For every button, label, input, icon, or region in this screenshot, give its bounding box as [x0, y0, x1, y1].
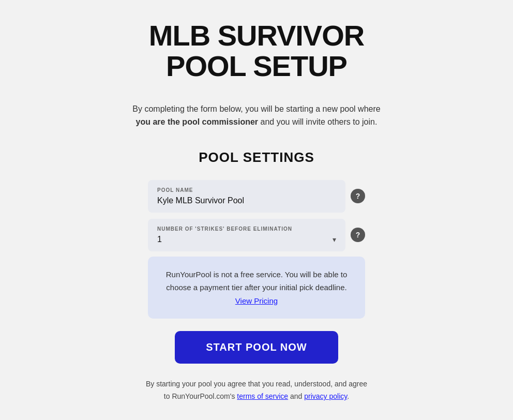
strikes-select-row: 1 ▾ [157, 235, 336, 244]
pool-name-label: POOL NAME [157, 187, 336, 193]
start-pool-button[interactable]: START POOL NOW [175, 331, 338, 364]
strikes-field[interactable]: NUMBER OF 'STRIKES' BEFORE ELIMINATION 1… [148, 219, 345, 251]
title-line2: POOL SETUP [166, 50, 347, 82]
footer-text-middle: to RunYourPool.com's [164, 392, 235, 400]
strikes-wrapper: NUMBER OF 'STRIKES' BEFORE ELIMINATION 1… [148, 219, 365, 251]
strikes-value: 1 [157, 235, 162, 244]
pool-name-field[interactable]: POOL NAME Kyle MLB Survivor Pool [148, 180, 345, 213]
settings-card: POOL NAME Kyle MLB Survivor Pool ? NUMBE… [148, 180, 365, 251]
privacy-policy-link[interactable]: privacy policy [304, 392, 347, 400]
intro-text-after: and you will invite others to join. [261, 117, 378, 126]
intro-paragraph: By completing the form below, you will b… [132, 102, 380, 129]
pricing-notice: RunYourPool is not a free service. You w… [148, 257, 365, 319]
pricing-notice-text: RunYourPool is not a free service. You w… [162, 268, 351, 308]
chevron-down-icon: ▾ [333, 235, 336, 244]
pool-name-help-icon[interactable]: ? [351, 189, 365, 203]
pricing-text2: choose a payment tier after your initial… [166, 283, 346, 292]
page-title: MLB SURVIVOR POOL SETUP [149, 21, 364, 82]
footer-and: and [290, 392, 302, 400]
footer-text: By starting your pool you agree that you… [146, 378, 367, 403]
pool-name-wrapper: POOL NAME Kyle MLB Survivor Pool ? [148, 180, 365, 213]
view-pricing-link[interactable]: View Pricing [235, 296, 278, 305]
strikes-help-icon[interactable]: ? [351, 228, 365, 242]
strikes-label: NUMBER OF 'STRIKES' BEFORE ELIMINATION [157, 226, 336, 232]
footer-period: . [347, 392, 349, 400]
terms-of-service-link[interactable]: terms of service [237, 392, 288, 400]
pricing-text1: RunYourPool is not a free service. You w… [166, 270, 348, 279]
intro-text-before: By completing the form below, you will b… [132, 104, 380, 113]
footer-text-before: By starting your pool you agree that you… [146, 380, 367, 388]
page-container: MLB SURVIVOR POOL SETUP By completing th… [76, 21, 437, 403]
section-title: POOL SETTINGS [199, 149, 314, 166]
intro-text-bold: you are the pool commissioner [136, 117, 259, 126]
title-line1: MLB SURVIVOR [149, 19, 364, 52]
pool-name-value: Kyle MLB Survivor Pool [157, 196, 336, 205]
